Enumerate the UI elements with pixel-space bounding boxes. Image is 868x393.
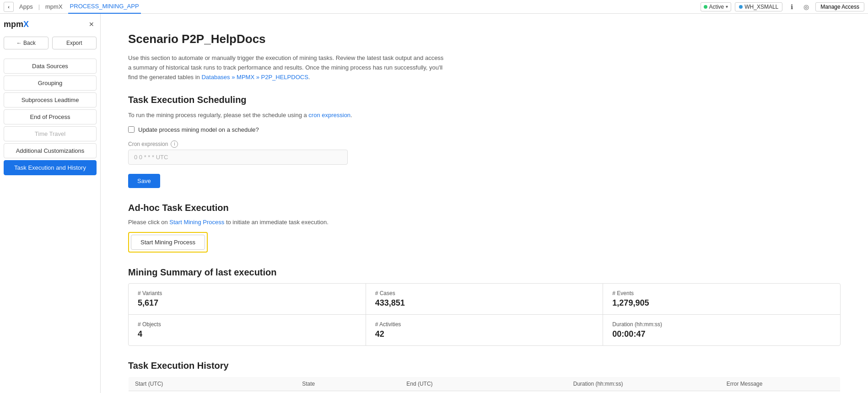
page-description: Use this section to automate or manually… (128, 54, 448, 82)
sidebar-item-data-sources[interactable]: Data Sources (4, 59, 97, 74)
active-dot-icon (704, 5, 707, 9)
page-title: Scenario P2P_HelpDocs (128, 32, 841, 46)
history-header-row: Start (UTC) State End (UTC) Duration (hh… (129, 377, 841, 391)
history-table: Start (UTC) State End (UTC) Duration (hh… (128, 377, 841, 393)
history-title: Task Execution History (128, 361, 841, 371)
objects-value: 4 (138, 329, 356, 339)
sidebar-item-time-travel[interactable]: Time Travel (4, 126, 97, 141)
sidebar-item-additional-customizations[interactable]: Additional Customizations (4, 143, 97, 158)
app-name-label: mpmX (43, 3, 65, 10)
activities-label: # Activities (375, 321, 594, 328)
col-end: End (UTC) (400, 377, 566, 391)
warehouse-name-label: WH_XSMALL (744, 4, 778, 10)
sidebar: mpmX ✕ ← Back Export Data Sources Groupi… (0, 14, 101, 393)
topbar: ‹ Apps | mpmX PROCESS_MINING_APP Active … (0, 0, 868, 14)
summary-row-2: # Objects 4 # Activities 42 Duration (hh… (129, 315, 840, 345)
cell-error: None (720, 391, 841, 393)
cases-label: # Cases (375, 290, 594, 296)
schedule-checkbox-row: Update process mining model on a schedul… (128, 126, 841, 133)
cron-link[interactable]: cron expression (308, 112, 350, 118)
warehouse-dot-icon (739, 5, 743, 9)
sidebar-logo: mpmX (4, 20, 29, 29)
variants-label: # Variants (138, 290, 356, 296)
chevron-down-icon: ▾ (726, 4, 728, 9)
adhoc-title: Ad-hoc Task Execution (128, 203, 841, 213)
activities-value: 42 (375, 329, 594, 339)
scheduling-subtitle: To run the mining process regularly, ple… (128, 111, 841, 120)
start-mining-wrapper: Start Mining Process (128, 232, 208, 253)
summary-cell-duration: Duration (hh:mm:ss) 00:00:47 (603, 315, 840, 345)
active-status-badge[interactable]: Active ▾ (701, 2, 732, 11)
topbar-separator: | (38, 3, 40, 10)
col-start: Start (UTC) (129, 377, 296, 391)
summary-cell-variants: # Variants 5,617 (129, 284, 366, 314)
logo-text: mpmX (4, 20, 29, 29)
sidebar-item-grouping[interactable]: Grouping (4, 75, 97, 91)
back-nav-button[interactable]: ‹ (4, 2, 14, 12)
cron-section: Cron expression i 0 0 * * * UTC (128, 140, 841, 165)
cell-start: 2024-11-27 15:45:41 (129, 391, 296, 393)
variants-value: 5,617 (138, 298, 356, 308)
col-duration: Duration (hh:mm:ss) (567, 377, 720, 391)
save-button[interactable]: Save (128, 174, 160, 188)
summary-cell-cases: # Cases 433,851 (366, 284, 604, 314)
cell-state: Succeeded (296, 391, 400, 393)
export-button[interactable]: Export (52, 37, 97, 49)
events-value: 1,279,905 (612, 298, 831, 308)
sidebar-actions: ← Back Export (4, 37, 97, 49)
active-status-label: Active (709, 4, 724, 10)
cases-value: 433,851 (375, 298, 594, 308)
sidebar-close-button[interactable]: ✕ (86, 19, 97, 29)
sidebar-item-end-of-process[interactable]: End of Process (4, 109, 97, 124)
summary-cell-events: # Events 1,279,905 (603, 284, 840, 314)
cron-label: Cron expression (128, 141, 168, 147)
cron-label-row: Cron expression i (128, 140, 841, 148)
events-label: # Events (612, 290, 831, 296)
cron-placeholder-text: 0 0 * * * UTC (134, 154, 168, 161)
adhoc-description: Please click on Start Mining Process to … (128, 219, 841, 226)
objects-label: # Objects (138, 321, 356, 328)
active-tab[interactable]: PROCESS_MINING_APP (68, 0, 141, 14)
warehouse-badge[interactable]: WH_XSMALL (735, 2, 782, 11)
duration-label: Duration (hh:mm:ss) (612, 321, 831, 328)
summary-section: Mining Summary of last execution # Varia… (128, 267, 841, 346)
table-row: 2024-11-27 15:45:41 Succeeded 2024-11-27… (129, 391, 841, 393)
schedule-checkbox-label[interactable]: Update process mining model on a schedul… (138, 126, 259, 133)
cell-end: 2024-11-27 15:46:28 (400, 391, 566, 393)
sidebar-item-subprocess-leadtime[interactable]: Subprocess Leadtime (4, 92, 97, 108)
cron-info-icon[interactable]: i (171, 140, 178, 148)
location-icon-button[interactable]: ◎ (801, 1, 812, 12)
duration-value: 00:00:47 (612, 329, 831, 339)
sidebar-header: mpmX ✕ (4, 19, 97, 29)
schedule-checkbox[interactable] (128, 126, 135, 133)
col-state: State (296, 377, 400, 391)
col-error: Error Message (720, 377, 841, 391)
sidebar-item-task-execution[interactable]: Task Execution and History (4, 160, 97, 175)
main-content: Scenario P2P_HelpDocs Use this section t… (101, 14, 868, 393)
start-mining-button[interactable]: Start Mining Process (131, 235, 205, 250)
cron-input-display: 0 0 * * * UTC (128, 150, 348, 165)
databases-link[interactable]: Databases » MPMX » P2P_HELPDOCS (201, 74, 308, 81)
summary-title: Mining Summary of last execution (128, 267, 841, 278)
summary-cell-objects: # Objects 4 (129, 315, 366, 345)
scheduling-title: Task Execution Scheduling (128, 95, 841, 105)
history-table-body: 2024-11-27 15:45:41 Succeeded 2024-11-27… (129, 391, 841, 393)
info-icon-button[interactable]: ℹ (786, 1, 797, 12)
apps-link[interactable]: Apps (17, 3, 35, 10)
start-mining-link[interactable]: Start Mining Process (169, 219, 224, 226)
topbar-right: Active ▾ WH_XSMALL ℹ ◎ Manage Access (701, 1, 864, 12)
cell-duration: 00:00:47 (567, 391, 720, 393)
sidebar-nav: Data Sources Grouping Subprocess Leadtim… (4, 59, 97, 175)
history-section: Task Execution History Start (UTC) State… (128, 361, 841, 393)
back-button[interactable]: ← Back (4, 37, 49, 49)
summary-grid: # Variants 5,617 # Cases 433,851 # Event… (128, 283, 841, 346)
manage-access-button[interactable]: Manage Access (815, 2, 864, 11)
history-table-head: Start (UTC) State End (UTC) Duration (hh… (129, 377, 841, 391)
summary-cell-activities: # Activities 42 (366, 315, 604, 345)
summary-row-1: # Variants 5,617 # Cases 433,851 # Event… (129, 284, 840, 315)
app-layout: mpmX ✕ ← Back Export Data Sources Groupi… (0, 14, 868, 393)
